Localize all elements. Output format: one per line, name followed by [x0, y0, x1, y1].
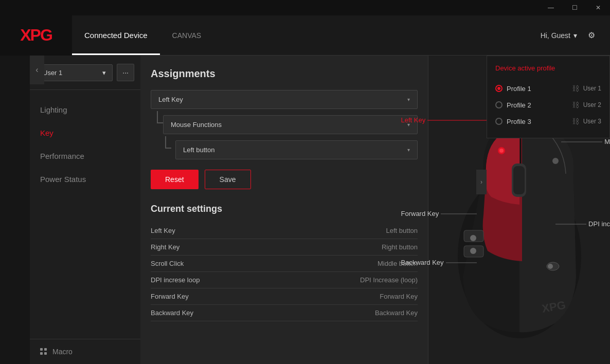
svg-point-9 — [499, 149, 504, 153]
macro-label: Macro — [52, 348, 73, 356]
middle-key-label: Middle Key — [604, 138, 610, 145]
sidebar — [0, 56, 30, 364]
table-row: Forward Key Forward Key — [151, 288, 418, 305]
header-right: Hi, Guest ▾ ⚙ — [541, 27, 610, 44]
table-row: Scroll Click Middle button — [151, 256, 418, 272]
link-icon-1: ⛓ — [572, 84, 579, 93]
nav-item-key[interactable]: Key — [30, 121, 140, 144]
key-dropdown[interactable]: Left Key ▾ — [151, 90, 418, 109]
titlebar: — ☐ ✕ — [0, 0, 610, 15]
button-dropdown[interactable]: Left button ▾ — [175, 140, 418, 159]
nav-canvas[interactable]: CANVAS — [160, 15, 214, 55]
nav-connected-device[interactable]: Connected Device — [72, 15, 160, 55]
nav-items: Lighting Key Performance Power Status — [30, 90, 140, 339]
svg-point-11 — [470, 235, 476, 241]
assignments-title: Assignments — [151, 68, 418, 80]
macro-icon — [40, 348, 47, 355]
link-icon-2: ⛓ — [572, 101, 579, 109]
profile-radio-1[interactable] — [495, 85, 503, 92]
svg-point-10 — [552, 158, 559, 164]
left-key-label: Left Key — [401, 116, 426, 124]
function-dropdown-value: Mouse Functions — [171, 121, 222, 129]
profile-3-user: User 3 — [583, 118, 601, 125]
profile-radio-2[interactable] — [495, 101, 503, 108]
left-panel: User 1 ▾ ··· Lighting Key Performance Po… — [30, 56, 140, 364]
button-dropdown-value: Left button — [183, 146, 214, 154]
profile-2-name: Profile 2 — [507, 101, 568, 109]
user-chevron-icon: ▾ — [573, 31, 577, 40]
forward-key-label: Forward Key — [401, 210, 439, 217]
gear-icon: ⚙ — [588, 30, 595, 40]
assignments-panel: Assignments Left Key ▾ Mouse Functions ▾… — [140, 56, 428, 364]
panel-toggle-arrow-icon: › — [480, 178, 482, 186]
profile-3-name: Profile 3 — [507, 118, 568, 125]
settings-key: Left Key — [151, 227, 175, 234]
settings-button[interactable]: ⚙ — [583, 27, 600, 44]
svg-point-12 — [470, 248, 476, 254]
nav-item-performance[interactable]: Performance — [30, 144, 140, 168]
profile-entry-3[interactable]: Profile 3 ⛓ User 3 — [495, 113, 601, 130]
settings-key: Right Key — [151, 243, 180, 251]
table-row: DPI increse loop DPI Increase (loop) — [151, 272, 418, 288]
current-settings-title: Current settings — [151, 204, 418, 214]
settings-key: Backward Key — [151, 309, 193, 317]
logo: XPG — [0, 15, 72, 56]
profile-radio-3[interactable] — [495, 118, 503, 125]
svg-rect-2 — [513, 166, 525, 194]
maximize-button[interactable]: ☐ — [563, 0, 586, 15]
backward-key-label: Backward Key — [401, 259, 444, 266]
table-row: Left Key Left button — [151, 223, 418, 239]
profile-selector: User 1 ▾ ··· — [30, 56, 140, 90]
profile-entry-2[interactable]: Profile 2 ⛓ User 2 — [495, 97, 601, 113]
table-row: Backward Key Backward Key — [151, 305, 418, 321]
settings-key: Scroll Click — [151, 260, 184, 267]
reset-button[interactable]: Reset — [151, 170, 199, 189]
function-dropdown[interactable]: Mouse Functions ▾ — [163, 115, 418, 134]
nav-item-lighting[interactable]: Lighting — [30, 98, 140, 121]
profile-panel-title: Device active profile — [495, 64, 601, 72]
dpi-loop-label: DPI increse loop — [588, 220, 610, 228]
profile-chevron-icon: ▾ — [102, 69, 106, 77]
header: XPG Connected Device CANVAS Hi, Guest ▾ … — [0, 15, 610, 56]
macro-item[interactable]: Macro — [30, 339, 140, 364]
profile-2-user: User 2 — [583, 101, 601, 108]
profile-dropdown[interactable]: User 1 ▾ — [36, 64, 113, 81]
function-dropdown-row: Mouse Functions ▾ — [151, 115, 418, 134]
btn-row: Reset Save — [151, 170, 418, 189]
sidebar-collapse-button[interactable]: ‹ — [30, 56, 44, 84]
nav-item-power-status[interactable]: Power Status — [30, 168, 140, 191]
settings-table: Left Key Left button Right Key Right but… — [151, 223, 418, 321]
minimize-button[interactable]: — — [539, 0, 563, 15]
svg-point-13 — [548, 264, 553, 269]
profile-1-name: Profile 1 — [507, 85, 568, 93]
profile-more-button[interactable]: ··· — [117, 64, 134, 81]
profile-1-user: User 1 — [583, 85, 601, 92]
profile-panel: Device active profile Profile 1 ⛓ User 1… — [487, 56, 610, 138]
button-dropdown-row: Left button ▾ — [151, 140, 418, 159]
user-menu[interactable]: Hi, Guest ▾ — [541, 31, 577, 40]
key-dropdown-row: Left Key ▾ — [151, 90, 418, 109]
settings-key: Forward Key — [151, 293, 189, 300]
close-button[interactable]: ✕ — [586, 0, 610, 15]
settings-key: DPI increse loop — [151, 276, 200, 284]
save-button[interactable]: Save — [205, 170, 251, 189]
profile-entry-1[interactable]: Profile 1 ⛓ User 1 — [495, 80, 601, 97]
key-dropdown-value: Left Key — [158, 96, 183, 103]
link-icon-3: ⛓ — [572, 117, 579, 125]
profile-panel-toggle[interactable]: › — [476, 170, 487, 194]
logo-text: XPG — [20, 26, 52, 45]
user-label: Hi, Guest — [541, 31, 570, 40]
table-row: Right Key Right button — [151, 239, 418, 256]
header-nav: Connected Device CANVAS — [72, 15, 541, 55]
left-arrow-icon: ‹ — [35, 65, 38, 75]
profile-name: User 1 — [43, 69, 62, 77]
